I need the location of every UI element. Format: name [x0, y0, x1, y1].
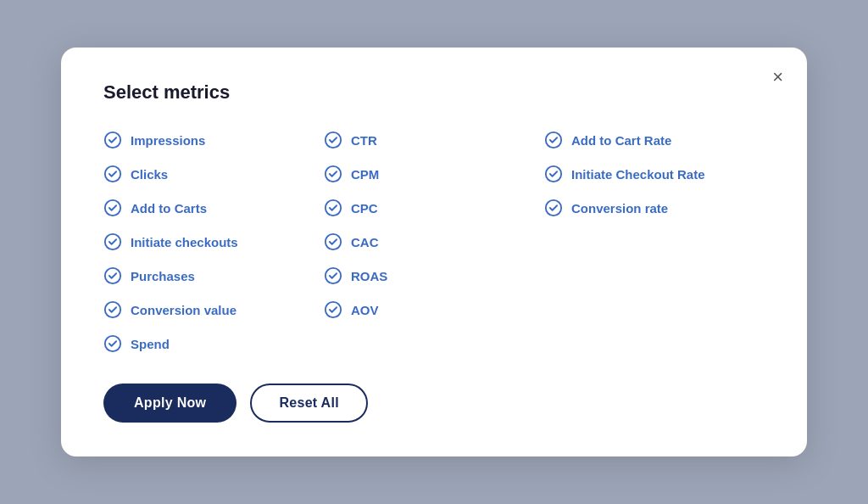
apply-button[interactable]: Apply Now — [103, 384, 236, 423]
metric-label: Spend — [131, 337, 170, 351]
svg-point-2 — [105, 200, 120, 216]
metric-label: AOV — [351, 303, 379, 317]
svg-point-6 — [105, 336, 120, 351]
checked-circle-icon — [103, 232, 122, 251]
action-buttons: Apply Now Reset All — [103, 384, 765, 423]
svg-point-12 — [326, 302, 341, 317]
checked-circle-icon — [544, 165, 563, 183]
checked-circle-icon — [103, 165, 122, 183]
metric-item[interactable]: Conversion rate — [544, 199, 765, 217]
metric-item[interactable]: Conversion value — [103, 300, 324, 319]
metric-label: Initiate Checkout Rate — [571, 167, 705, 182]
checked-circle-icon — [103, 334, 122, 353]
close-button[interactable]: × — [769, 64, 787, 90]
svg-point-1 — [105, 166, 120, 182]
metric-item[interactable]: Add to Carts — [103, 199, 324, 217]
metrics-column-3: Add to Cart RateInitiate Checkout RateCo… — [544, 131, 765, 353]
metric-item[interactable]: ROAS — [324, 266, 544, 285]
metric-item[interactable]: AOV — [324, 300, 544, 319]
modal-title: Select metrics — [103, 81, 765, 104]
metrics-grid: ImpressionsClicksAdd to CartsInitiate ch… — [103, 131, 765, 353]
overlay: × Select metrics ImpressionsClicksAdd to… — [0, 0, 868, 504]
metric-label: CTR — [351, 133, 377, 148]
metric-item[interactable]: Purchases — [103, 266, 324, 285]
metric-label: CPC — [351, 201, 378, 216]
metric-label: Clicks — [131, 167, 168, 182]
metrics-column-2: CTRCPMCPCCACROASAOV — [324, 131, 544, 353]
checked-circle-icon — [324, 199, 342, 217]
close-icon: × — [772, 66, 783, 87]
metric-label: Conversion rate — [571, 201, 668, 216]
checked-circle-icon — [324, 131, 342, 149]
checked-circle-icon — [324, 232, 342, 251]
svg-point-15 — [546, 200, 561, 216]
metric-label: Add to Carts — [131, 201, 207, 216]
svg-point-13 — [546, 132, 561, 148]
reset-button[interactable]: Reset All — [250, 384, 368, 423]
checked-circle-icon — [544, 199, 563, 217]
svg-point-11 — [326, 268, 341, 283]
metric-item[interactable]: CPC — [324, 199, 544, 217]
metric-item[interactable]: Spend — [103, 334, 324, 353]
svg-point-9 — [326, 200, 341, 216]
checked-circle-icon — [103, 131, 122, 149]
metric-label: Purchases — [131, 269, 195, 283]
metric-label: Initiate checkouts — [131, 235, 238, 249]
metric-item[interactable]: CPM — [324, 165, 544, 183]
checked-circle-icon — [103, 266, 122, 285]
svg-point-10 — [326, 234, 341, 249]
svg-point-0 — [105, 132, 120, 148]
checked-circle-icon — [324, 300, 342, 319]
svg-point-8 — [326, 166, 341, 182]
metric-label: Conversion value — [131, 303, 236, 317]
checked-circle-icon — [544, 131, 563, 149]
metric-item[interactable]: CAC — [324, 232, 544, 251]
checked-circle-icon — [103, 199, 122, 217]
metric-label: Add to Cart Rate — [571, 133, 671, 148]
metric-label: CPM — [351, 167, 379, 182]
svg-point-4 — [105, 268, 120, 283]
metrics-column-1: ImpressionsClicksAdd to CartsInitiate ch… — [103, 131, 324, 353]
svg-point-14 — [546, 166, 561, 182]
metric-label: Impressions — [131, 133, 205, 148]
checked-circle-icon — [324, 266, 342, 285]
svg-point-7 — [326, 132, 341, 148]
svg-point-3 — [105, 234, 120, 249]
metric-label: CAC — [351, 235, 379, 249]
metric-item[interactable]: Impressions — [103, 131, 324, 149]
checked-circle-icon — [103, 300, 122, 319]
metric-label: ROAS — [351, 269, 387, 283]
metric-item[interactable]: Add to Cart Rate — [544, 131, 765, 149]
metric-item[interactable]: Initiate Checkout Rate — [544, 165, 765, 183]
svg-point-5 — [105, 302, 120, 317]
metric-item[interactable]: Clicks — [103, 165, 324, 183]
modal-dialog: × Select metrics ImpressionsClicksAdd to… — [61, 48, 807, 456]
checked-circle-icon — [324, 165, 342, 183]
metric-item[interactable]: CTR — [324, 131, 544, 149]
metric-item[interactable]: Initiate checkouts — [103, 232, 324, 251]
